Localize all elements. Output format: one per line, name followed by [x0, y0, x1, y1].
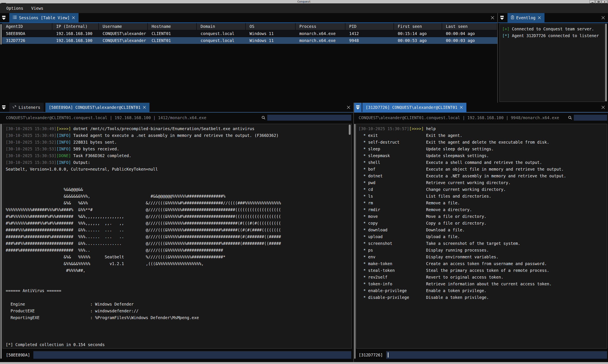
console-line: [30-10-2025 15:30:52][INFO] 228831 bytes…: [6, 139, 351, 145]
tab-sessions[interactable]: Sessions [Table View]: [9, 13, 79, 22]
console-line: ====== AntiVirus ======: [6, 287, 351, 294]
agent-context-label: CONQUEST\alexander@CLIENT01.conquest.loc…: [6, 115, 206, 120]
minimize-button[interactable]: [590, 0, 595, 3]
tab-underline: [498, 22, 608, 23]
console-line: Seatbelt, Version=1.0.0.0, Culture=neutr…: [6, 166, 351, 172]
tab-close-icon[interactable]: [459, 106, 463, 109]
sessions-scrollbar[interactable]: [0, 24, 2, 44]
session-cell: 00:15:14 ago: [394, 30, 442, 37]
menu-views[interactable]: Views: [31, 6, 43, 11]
session-row[interactable]: 58EE89DA192.168.168.100CONQUEST\alexande…: [2, 30, 497, 37]
console-left-scrollbar[interactable]: [354, 124, 355, 359]
agent-context-label: CONQUEST\alexander@CLIENT01.conquest.loc…: [359, 115, 559, 120]
console-line: &%& %&%% &////(((&%%%%%#%###############…: [6, 199, 351, 206]
tab-close-icon[interactable]: [72, 16, 75, 19]
help-line: * shell Execute a shell command and retr…: [358, 159, 607, 166]
clipboard-icon: [511, 15, 514, 20]
tab-listeners[interactable]: Listeners: [9, 103, 44, 112]
panel-divider[interactable]: [353, 103, 354, 362]
help-line: * bof Execute an object file in memory a…: [358, 166, 607, 172]
console-line: ReportingEXE : %ProgramFiles%\Windows De…: [6, 314, 351, 321]
help-line: * copy Copy a file or directory.: [358, 220, 607, 226]
session-row[interactable]: 312D7726192.168.168.100CONQUEST\alexande…: [2, 37, 497, 44]
text-cursor: [388, 352, 389, 357]
tab-label: Listeners: [19, 105, 40, 110]
console-line: &%& %%%%% Seatbelt %////((((&%%%%%%%%%##…: [6, 253, 351, 260]
dropdown-bar: [356, 105, 360, 106]
column-header[interactable]: Domain: [197, 23, 246, 30]
panel-close-icon[interactable]: [491, 13, 494, 22]
console-output: [30-10-2025 15:30:49][>>>>] dotnet /mnt/…: [6, 125, 351, 348]
console-scrollbar-thumb[interactable]: [349, 125, 351, 135]
session-cell: Windows 11: [246, 30, 296, 37]
column-header[interactable]: PID: [345, 23, 394, 30]
column-header[interactable]: IP (Internal): [52, 23, 99, 30]
close-icon: x: [604, 1, 606, 3]
session-cell: CLIENT01: [148, 30, 197, 37]
column-header[interactable]: Username: [99, 23, 148, 30]
console-line: [30-10-2025 15:30:53][DONE] Task F366D36…: [6, 152, 351, 159]
console-line: [6, 281, 351, 287]
maximize-button[interactable]: [596, 0, 601, 3]
command-input[interactable]: [33, 351, 351, 359]
column-header[interactable]: Process: [296, 23, 345, 30]
command-input[interactable]: [386, 351, 607, 359]
help-line: * download Download a file.: [358, 226, 607, 233]
eventlog-panel: Eventlog [+] Connected to Conquest team …: [498, 13, 608, 103]
console-line: Engine : Windows Defender: [6, 301, 351, 308]
console-output: [30-10-2025 15:30:57][>>>>] help * exit …: [358, 125, 607, 301]
panel-divider[interactable]: [497, 13, 498, 103]
session-cell: 9948: [345, 37, 394, 44]
tab-eventlog[interactable]: Eventlog: [508, 13, 544, 22]
minimize-icon: [592, 2, 594, 3]
help-line: * exit Exit the agent.: [358, 132, 607, 139]
console-line: [6, 328, 351, 335]
session-cell: Windows 11: [246, 37, 296, 44]
help-line: * sleepmask Update sleepmask settings.: [358, 152, 607, 159]
panel-close-icon[interactable]: [601, 13, 605, 22]
console-line: [30-10-2025 15:30:49][>>>>] dotnet /mnt/…: [6, 125, 351, 132]
help-line: * ps Display running processes.: [358, 247, 607, 253]
tab-underline: [0, 112, 353, 113]
window-titlebar[interactable]: Conquest x: [0, 0, 608, 3]
console-output-box: [30-10-2025 15:30:57][>>>>] help * exit …: [356, 124, 607, 349]
console-line: [*] Agent 312D7726 connected to listener: [502, 32, 602, 39]
eventlog-scrollbar[interactable]: [605, 24, 607, 102]
dropdown-arrow-icon[interactable]: [354, 103, 362, 112]
help-line: * pwd Retrieve current working directory…: [358, 179, 607, 186]
column-header[interactable]: Last seen: [442, 23, 497, 30]
console-line: [30-10-2025 15:30:53][INFO] 589 bytes re…: [6, 145, 351, 152]
dropdown-arrow-icon[interactable]: [0, 103, 8, 112]
help-line: * sleep Update sleep delay settings.: [358, 145, 607, 152]
column-header[interactable]: First seen: [394, 23, 442, 30]
search-input[interactable]: [574, 115, 607, 121]
tab-close-icon[interactable]: [538, 16, 541, 19]
dropdown-arrow-icon[interactable]: [0, 13, 8, 22]
console-line: [6, 274, 351, 281]
console-line: #%%%%##,: [6, 267, 351, 274]
console-line: [+] Connected to Conquest team server.: [502, 26, 602, 32]
tab-close-icon[interactable]: [143, 106, 146, 109]
column-header[interactable]: OS: [246, 23, 296, 30]
close-button[interactable]: x: [602, 0, 607, 3]
help-line: * steal-token Steal the primary access t…: [358, 267, 607, 274]
console-line: [6, 294, 351, 301]
tab-agent-58EE89DA[interactable]: [58EE89DA] CONQUEST\alexander@CLIENT01: [45, 103, 149, 112]
panel-close-icon[interactable]: [347, 103, 351, 112]
help-line: * screenshot Take a screenshot of the ta…: [358, 240, 607, 247]
panel-close-icon[interactable]: [601, 103, 605, 112]
tab-agent-312D7726[interactable]: [312D7726] CONQUEST\alexander@CLIENT01: [362, 103, 466, 112]
help-line: * cd Change current working directory.: [358, 186, 607, 193]
column-header[interactable]: Hostname: [148, 23, 197, 30]
search-input[interactable]: [267, 115, 351, 121]
dropdown-bar: [2, 105, 5, 106]
console-left-scrollbar[interactable]: [0, 124, 2, 359]
session-cell: 192.168.168.100: [52, 30, 99, 37]
console-tabrow: [312D7726] CONQUEST\alexander@CLIENT01: [354, 103, 608, 112]
session-cell: CONQUEST\alexander: [99, 37, 148, 44]
dropdown-arrow-icon[interactable]: [498, 13, 506, 22]
menu-options[interactable]: Options: [6, 6, 23, 11]
sessions-table-body: 58EE89DA192.168.168.100CONQUEST\alexande…: [2, 30, 497, 44]
console-line: #######%##########%######### %%%...... .…: [6, 233, 351, 240]
column-header[interactable]: AgentID: [2, 23, 52, 30]
